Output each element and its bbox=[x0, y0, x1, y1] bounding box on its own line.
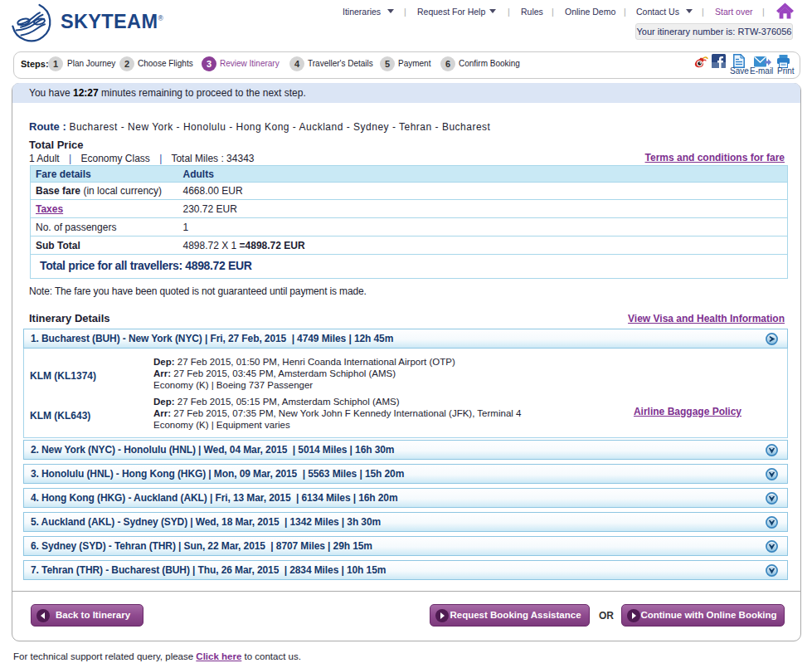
svg-text:®: ® bbox=[158, 14, 164, 22]
svg-text:SKYTEAM: SKYTEAM bbox=[61, 11, 158, 32]
